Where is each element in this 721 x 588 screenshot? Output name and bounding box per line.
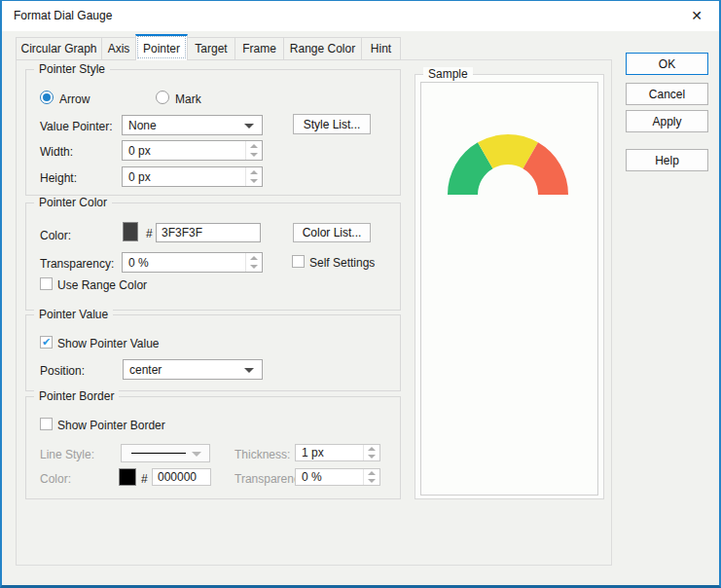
spinner-down-icon[interactable] bbox=[364, 477, 379, 485]
thickness-label: Thickness: bbox=[234, 448, 290, 461]
group-pointer-style: Pointer Style Arrow Mark Value Pointer: … bbox=[25, 69, 401, 196]
help-button[interactable]: Help bbox=[626, 149, 708, 171]
chevron-down-icon bbox=[244, 368, 254, 373]
spinner-up-icon[interactable] bbox=[364, 469, 379, 477]
spinner-up-icon[interactable] bbox=[246, 253, 262, 263]
spinner-down-icon[interactable] bbox=[246, 151, 262, 161]
group-legend: Pointer Border bbox=[34, 389, 119, 403]
mark-radio[interactable] bbox=[156, 91, 169, 104]
border-color-swatch[interactable] bbox=[119, 468, 136, 486]
width-spinner[interactable]: 0 px bbox=[122, 140, 263, 161]
ok-button-label: OK bbox=[659, 57, 675, 71]
style-list-button[interactable]: Style List... bbox=[293, 114, 371, 134]
tab-label: Target bbox=[195, 42, 227, 55]
color-hex-input[interactable] bbox=[156, 223, 261, 242]
value-pointer-dropdown[interactable]: None bbox=[122, 115, 263, 135]
value-pointer-value: None bbox=[128, 119, 157, 132]
tab-hint[interactable]: Hint bbox=[361, 37, 401, 60]
border-hash-label: # bbox=[141, 472, 148, 486]
color-list-button[interactable]: Color List... bbox=[293, 223, 371, 242]
spinner-down-icon[interactable] bbox=[246, 263, 262, 273]
line-style-dropdown[interactable] bbox=[121, 444, 210, 462]
thickness-spinner[interactable]: 1 px bbox=[295, 444, 380, 461]
sample-legend: Sample bbox=[423, 67, 473, 81]
tab-circular-graph[interactable]: Circular Graph bbox=[16, 37, 102, 60]
show-pointer-value-checkbox[interactable] bbox=[40, 336, 53, 349]
spinner-up-icon[interactable] bbox=[246, 167, 262, 177]
close-icon[interactable]: ✕ bbox=[684, 6, 709, 25]
style-list-button-label: Style List... bbox=[304, 118, 361, 131]
color-label: Color: bbox=[40, 229, 71, 242]
height-value: 0 px bbox=[128, 170, 151, 184]
spinner-buttons[interactable] bbox=[245, 167, 262, 186]
group-legend: Pointer Color bbox=[34, 196, 112, 209]
tab-label: Frame bbox=[242, 42, 276, 55]
border-color-label: Color: bbox=[40, 472, 71, 486]
sample-canvas bbox=[420, 82, 598, 496]
chevron-down-icon bbox=[244, 124, 254, 129]
group-pointer-color: Pointer Color Color: # Color List... Tra… bbox=[25, 202, 401, 311]
apply-button[interactable]: Apply bbox=[626, 110, 708, 132]
arrow-radio-label[interactable]: Arrow bbox=[59, 92, 90, 106]
tab-axis[interactable]: Axis bbox=[101, 37, 136, 60]
help-button-label: Help bbox=[655, 154, 679, 167]
tab-label: Hint bbox=[371, 42, 391, 55]
titlebar: Format Dial Gauge ✕ bbox=[2, 1, 719, 31]
transparency-spinner[interactable]: 0 % bbox=[122, 252, 263, 273]
self-settings-checkbox[interactable] bbox=[292, 255, 305, 268]
transparency-value: 0 % bbox=[128, 256, 149, 270]
value-pointer-label: Value Pointer: bbox=[40, 120, 113, 133]
group-pointer-value: Pointer Value Show Pointer Value Positio… bbox=[25, 314, 401, 391]
cancel-button-label: Cancel bbox=[649, 88, 685, 101]
tab-frame[interactable]: Frame bbox=[234, 37, 284, 60]
spinner-up-icon[interactable] bbox=[246, 141, 262, 151]
tab-target[interactable]: Target bbox=[187, 37, 235, 60]
format-dial-gauge-dialog: Format Dial Gauge ✕ Circular Graph Axis … bbox=[0, 0, 721, 588]
color-list-button-label: Color List... bbox=[303, 226, 362, 239]
spinner-up-icon[interactable] bbox=[364, 445, 379, 453]
spinner-buttons[interactable] bbox=[245, 141, 262, 160]
transparency-label: Transparency: bbox=[40, 257, 114, 271]
hash-label: # bbox=[146, 227, 153, 240]
show-pointer-border-checkbox[interactable] bbox=[40, 418, 53, 430]
ok-button[interactable]: OK bbox=[626, 53, 708, 75]
border-transparency-spinner[interactable]: 0 % bbox=[295, 468, 380, 486]
line-style-label: Line Style: bbox=[40, 448, 94, 461]
window-title: Format Dial Gauge bbox=[14, 9, 112, 22]
self-settings-label[interactable]: Self Settings bbox=[309, 256, 375, 270]
height-spinner[interactable]: 0 px bbox=[122, 166, 263, 187]
group-legend: Pointer Style bbox=[34, 62, 110, 76]
tab-label: Pointer bbox=[143, 42, 180, 55]
use-range-color-checkbox[interactable] bbox=[40, 277, 53, 290]
border-color-hex-input[interactable] bbox=[152, 468, 211, 486]
group-legend: Pointer Value bbox=[34, 308, 113, 321]
apply-button-label: Apply bbox=[652, 115, 681, 129]
sample-gauge-svg bbox=[421, 83, 599, 496]
use-range-color-label[interactable]: Use Range Color bbox=[57, 278, 147, 292]
position-label: Position: bbox=[40, 364, 85, 378]
group-pointer-border: Pointer Border Show Pointer Border Line … bbox=[25, 396, 401, 499]
solid-line-sample bbox=[131, 453, 186, 454]
spinner-down-icon[interactable] bbox=[246, 177, 262, 187]
chevron-down-icon bbox=[192, 452, 201, 457]
spinner-down-icon[interactable] bbox=[364, 453, 379, 460]
color-swatch[interactable] bbox=[123, 222, 138, 241]
show-pointer-border-label[interactable]: Show Pointer Border bbox=[57, 419, 165, 432]
group-sample: Sample bbox=[415, 74, 604, 499]
arrow-radio[interactable] bbox=[40, 91, 54, 104]
spinner-buttons[interactable] bbox=[245, 253, 262, 272]
tab-pointer[interactable]: Pointer bbox=[135, 34, 188, 60]
tab-label: Axis bbox=[108, 42, 130, 55]
position-dropdown[interactable]: center bbox=[123, 359, 263, 380]
spinner-buttons[interactable] bbox=[363, 445, 379, 460]
border-transparency-value: 0 % bbox=[302, 470, 322, 484]
spinner-buttons[interactable] bbox=[363, 469, 379, 485]
tab-label: Range Color bbox=[290, 42, 355, 55]
tab-range-color[interactable]: Range Color bbox=[283, 37, 362, 60]
mark-radio-label[interactable]: Mark bbox=[175, 92, 201, 106]
cancel-button[interactable]: Cancel bbox=[626, 83, 708, 105]
show-pointer-value-label[interactable]: Show Pointer Value bbox=[57, 337, 160, 350]
width-value: 0 px bbox=[128, 144, 151, 158]
tab-panel: Pointer Style Arrow Mark Value Pointer: … bbox=[16, 59, 612, 566]
width-label: Width: bbox=[40, 145, 73, 159]
